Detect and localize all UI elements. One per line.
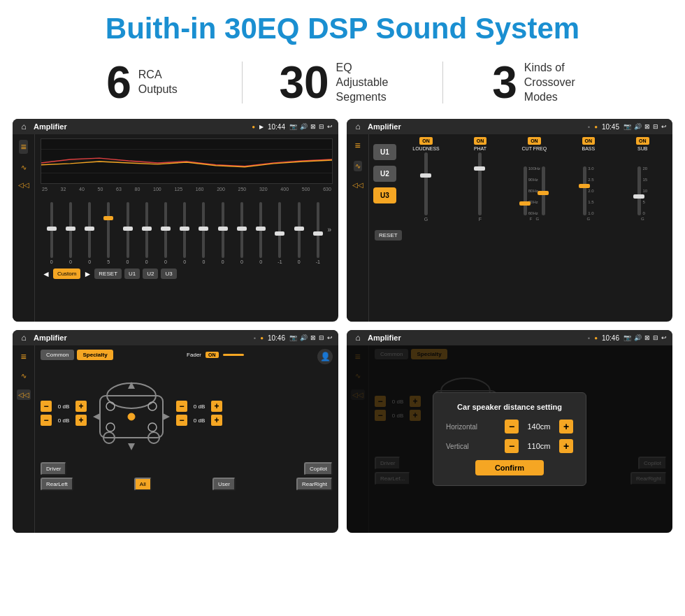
- eq-slider-4[interactable]: 5: [99, 202, 118, 264]
- cr-home-icon[interactable]: ⌂: [352, 121, 363, 132]
- eq-slider-9[interactable]: 0: [194, 202, 213, 264]
- eq-u2-btn[interactable]: U2: [143, 268, 158, 279]
- eq-graph: [41, 138, 333, 184]
- db-minus-2[interactable]: −: [41, 415, 52, 426]
- horizontal-minus-btn[interactable]: −: [505, 420, 519, 434]
- eq-slider-3[interactable]: 0: [80, 202, 99, 264]
- eq-label-40: 40: [79, 187, 85, 192]
- eq-slider-10[interactable]: 0: [213, 202, 232, 264]
- all-btn[interactable]: All: [134, 478, 152, 491]
- db-minus-1[interactable]: −: [41, 401, 52, 412]
- spk-status-time: 10:46: [268, 334, 285, 342]
- eq-slider-12[interactable]: 0: [252, 202, 271, 264]
- cr-close-icon: ⊠: [644, 123, 650, 130]
- eq-prev-arrow[interactable]: ◄: [42, 269, 50, 279]
- dist-home-icon[interactable]: ⌂: [352, 332, 363, 343]
- spk-back-icon[interactable]: ↩: [327, 334, 333, 341]
- eq-sliders: 0 0 0 5 0: [41, 194, 333, 264]
- spk-home-icon[interactable]: ⌂: [18, 332, 29, 343]
- eq-label-500: 500: [302, 187, 310, 192]
- eq-custom-btn[interactable]: Custom: [53, 268, 81, 279]
- speaker-icon[interactable]: ◁◁: [18, 181, 29, 189]
- phat-slider[interactable]: [478, 152, 482, 215]
- eq-next-arrow[interactable]: ►: [83, 269, 92, 279]
- cr-wave-icon[interactable]: ∿: [354, 161, 362, 171]
- confirm-button[interactable]: Confirm: [475, 460, 544, 475]
- eq-slider-5[interactable]: 0: [118, 202, 137, 264]
- cr-back-icon[interactable]: ↩: [661, 123, 667, 130]
- db-plus-3[interactable]: +: [211, 401, 222, 412]
- eq-slider-14[interactable]: 0: [289, 202, 308, 264]
- volume-icon: 🔊: [300, 123, 308, 130]
- eq-slider-8[interactable]: 0: [175, 202, 194, 264]
- eq-slider-6[interactable]: 0: [137, 202, 156, 264]
- dist-minimize-icon: ⊟: [653, 334, 658, 341]
- rearleft-btn[interactable]: RearLeft: [41, 478, 73, 491]
- more-sliders-icon[interactable]: »: [328, 226, 332, 234]
- bass-sliders: 3.0 2.5 2.0 1.5 1.0: [583, 152, 593, 215]
- spk-speaker-icon[interactable]: ◁◁: [17, 389, 31, 400]
- eq-u3-btn[interactable]: U3: [161, 268, 176, 279]
- wave-icon[interactable]: ∿: [21, 164, 27, 171]
- eq-slider-15[interactable]: -1: [308, 202, 327, 264]
- eq-reset-btn[interactable]: RESET: [94, 268, 122, 279]
- stats-row: 6 RCAOutputs 30 EQ AdjustableSegments 3 …: [0, 55, 685, 116]
- bass-on-btn[interactable]: ON: [582, 137, 596, 145]
- cutfreq-fg: F G: [530, 217, 539, 221]
- u1-button[interactable]: U1: [373, 144, 396, 160]
- right-db-controls: − 0 dB + − 0 dB +: [176, 401, 222, 426]
- eq-icon[interactable]: ≡: [19, 140, 27, 154]
- db-plus-2[interactable]: +: [75, 415, 87, 426]
- db-minus-4[interactable]: −: [176, 415, 187, 426]
- settings-icon[interactable]: 👤: [317, 349, 333, 364]
- horizontal-plus-btn[interactable]: +: [559, 420, 573, 434]
- db-plus-1[interactable]: +: [75, 401, 87, 412]
- driver-btn[interactable]: Driver: [41, 462, 66, 475]
- eq-u1-btn[interactable]: U1: [124, 268, 140, 279]
- dist-back-icon[interactable]: ↩: [661, 334, 667, 341]
- rearright-btn[interactable]: RearRight: [296, 478, 333, 491]
- common-tab[interactable]: Common: [41, 350, 74, 360]
- back-icon[interactable]: ↩: [327, 123, 333, 130]
- dist-volume-icon: 🔊: [634, 334, 642, 341]
- specialty-tab[interactable]: Specialty: [77, 350, 113, 360]
- db-minus-3[interactable]: −: [176, 401, 187, 412]
- cr-reset-btn[interactable]: RESET: [375, 230, 402, 241]
- dist-status-time: 10:46: [602, 334, 619, 342]
- copilot-btn[interactable]: Copilot: [304, 462, 333, 475]
- eq-slider-1[interactable]: 0: [42, 202, 61, 264]
- eq-slider-11[interactable]: 0: [232, 202, 251, 264]
- eq-slider-2[interactable]: 0: [61, 202, 80, 264]
- vertical-plus-btn[interactable]: +: [559, 439, 573, 453]
- crossover-screen: ⌂ Amplifier ▪ ● 10:45 📷 🔊 ⊠ ⊟ ↩ ≡ ∿ ◁◁: [347, 119, 672, 322]
- cr-eq-icon[interactable]: ≡: [354, 140, 360, 151]
- u2-button[interactable]: U2: [373, 166, 396, 182]
- phat-on-btn[interactable]: ON: [474, 137, 487, 145]
- bass-25: 2.5: [588, 178, 593, 182]
- sub-on-btn[interactable]: ON: [636, 137, 649, 145]
- spk-eq-icon[interactable]: ≡: [20, 351, 26, 362]
- dist-status-icons: 📷 🔊 ⊠ ⊟ ↩: [623, 334, 667, 341]
- loudness-on-btn[interactable]: ON: [419, 137, 433, 145]
- eq-status-time: 10:44: [268, 123, 285, 131]
- spk-wave-icon[interactable]: ∿: [21, 372, 27, 380]
- fader-slider[interactable]: [223, 354, 244, 356]
- fader-on-btn[interactable]: ON: [206, 352, 219, 358]
- svg-point-8: [106, 402, 115, 410]
- loudness-slider[interactable]: [424, 152, 428, 215]
- vertical-minus-btn[interactable]: −: [505, 439, 519, 453]
- spk-screen-title: Amplifier: [34, 334, 250, 342]
- cutfreq-section: ON CUT FREQ 100Hz 90Hz 80Hz 70Hz 60Hz: [509, 137, 560, 222]
- cutfreq-on-btn[interactable]: ON: [528, 137, 541, 145]
- db-row-4: − 0 dB +: [176, 415, 222, 426]
- cr-speaker-icon[interactable]: ◁◁: [352, 181, 363, 189]
- cr-reset-area: RESET: [369, 224, 672, 243]
- eq-slider-13[interactable]: -1: [271, 202, 289, 264]
- db-plus-4[interactable]: +: [211, 415, 222, 426]
- home-icon[interactable]: ⌂: [18, 121, 29, 132]
- dialog-title: Car speaker distance setting: [446, 403, 573, 411]
- user-btn[interactable]: User: [212, 478, 236, 491]
- u3-button[interactable]: U3: [373, 187, 396, 203]
- eq-slider-7[interactable]: 0: [156, 202, 175, 264]
- db-val-2: 0 dB: [54, 417, 73, 424]
